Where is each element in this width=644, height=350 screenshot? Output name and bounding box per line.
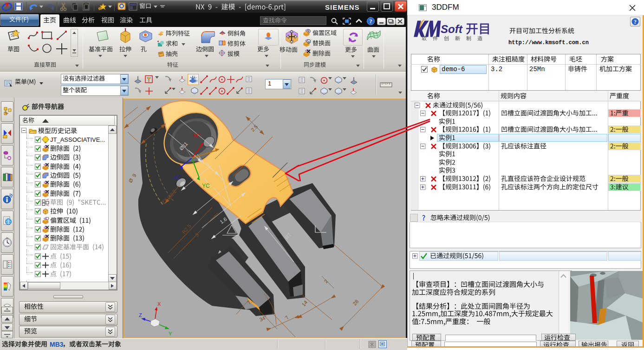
svg-text:28: 28: [351, 298, 359, 306]
svg-text:Ø: Ø: [127, 177, 134, 184]
svg-text:2.5: 2.5: [250, 124, 259, 132]
svg-text:X: X: [157, 301, 161, 307]
svg-text:Y: Y: [169, 331, 172, 337]
svg-text:7: 7: [284, 315, 290, 320]
svg-text:ZC: ZC: [173, 174, 181, 181]
svg-text:?: ?: [370, 18, 372, 25]
svg-text:YC: YC: [202, 183, 210, 189]
svg-text:R7: R7: [284, 232, 292, 240]
svg-text:XC: XC: [193, 132, 201, 139]
svg-text:14: 14: [300, 299, 308, 307]
svg-text:Z: Z: [139, 312, 142, 318]
svg-text:9: 9: [131, 173, 137, 178]
svg-text:a: a: [308, 40, 310, 43]
svg-text:?: ?: [634, 19, 637, 25]
svg-text:2: 2: [323, 278, 329, 284]
